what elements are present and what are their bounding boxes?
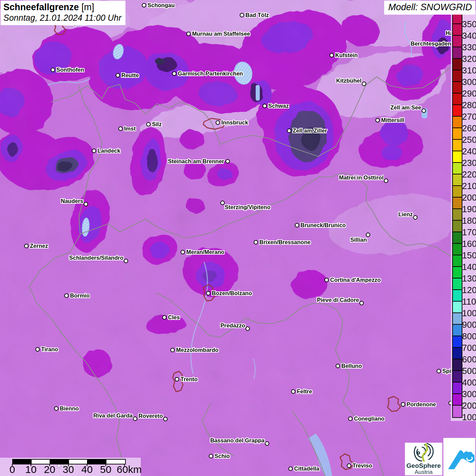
city-marker-dot: [245, 326, 250, 331]
legend-segment-2: [453, 36, 462, 47]
scale-cell-2: [50, 460, 69, 464]
city-marker-dot: [35, 347, 40, 352]
legend-segment-25: [453, 302, 462, 313]
legend-value-1100: 1100: [462, 297, 476, 306]
city-label: Schlanders/Silandro: [69, 255, 123, 261]
city-marker-dot: [133, 417, 137, 421]
legend-value-1400: 1400: [462, 262, 476, 271]
legend-segment-19: [453, 232, 462, 244]
city-marker-dot: [175, 377, 179, 381]
map-title: Schneefallgrenze [m]: [3, 2, 121, 13]
city-marker-dot: [347, 463, 351, 468]
city-label: Pieve di Cadore: [317, 297, 359, 303]
legend-segment-20: [453, 244, 462, 255]
city-label: Brixen/Bressanone: [259, 239, 310, 245]
city-label: Lienz: [398, 211, 413, 218]
city-marker-dot: [170, 348, 175, 352]
city-marker-dot: [162, 315, 167, 320]
model-label: Modell: SNOWGRID: [384, 1, 475, 15]
legend-value-2300: 2300: [462, 158, 476, 167]
city-marker-dot: [163, 417, 168, 421]
legend-value-600: 600: [462, 355, 476, 364]
legend-value-1200: 1200: [462, 286, 476, 294]
legend-value-2000: 2000: [462, 193, 476, 202]
city-marker-dot: [172, 71, 176, 76]
city-label: Sillian: [350, 237, 367, 243]
legend-segment-4: [453, 59, 462, 70]
city-marker-dot: [437, 369, 441, 373]
city-label: Matrei in Osttirol: [339, 174, 384, 181]
legend-segment-24: [453, 290, 462, 302]
city-label: Sterzing/Vipiteno: [225, 204, 270, 210]
city-label: Schwaz: [268, 103, 289, 109]
city-marker-dot: [84, 202, 88, 206]
legend-value-3200: 3200: [462, 54, 476, 63]
legend-segment-9: [453, 117, 462, 128]
legend-value-3400: 3400: [462, 31, 476, 40]
scale-label-10: 10: [25, 464, 36, 475]
city-marker-dot: [422, 108, 426, 113]
city-marker-dot: [146, 122, 151, 126]
legend-segment-8: [453, 105, 462, 117]
city-marker-dot: [225, 159, 230, 164]
city-marker-dot: [124, 259, 128, 263]
city-label: Trento: [181, 376, 198, 382]
city-label: Innsbruck: [221, 119, 248, 126]
title-box: Schneefallgrenze [m] Sonntag, 21.01.2024…: [1, 1, 125, 25]
city-label-layer: SchongauBad TölzKemptenMurnau am Staffel…: [0, 0, 476, 476]
legend-segment-18: [453, 221, 462, 232]
legend-value-1700: 1700: [462, 228, 476, 237]
city-marker-dot: [216, 120, 220, 125]
city-label: Nauders: [61, 198, 83, 204]
legend-value-900: 900: [462, 320, 476, 329]
legend-value-2700: 2700: [462, 112, 476, 121]
legend-value-2500: 2500: [462, 135, 476, 144]
city-marker-dot: [413, 215, 418, 220]
legend-segment-23: [453, 278, 462, 290]
city-marker-dot: [291, 389, 295, 394]
legend-segment-3: [453, 47, 462, 59]
scale-label-40: 40: [81, 464, 92, 475]
city-marker-dot: [181, 250, 185, 254]
city-label: Schongau: [148, 2, 175, 8]
legend-segment-22: [453, 267, 462, 278]
city-label: Cortina d'Ampezzo: [330, 277, 381, 283]
city-marker-dot: [240, 13, 244, 17]
city-marker-dot: [209, 454, 213, 458]
legend-value-400: 400: [462, 378, 476, 387]
legend-value-3500: 3500: [462, 20, 476, 29]
legend-segment-26: [453, 313, 462, 325]
legend-segment-33: [453, 394, 462, 406]
scale-cell-5: [106, 460, 125, 464]
city-label: Mezzolombardo: [176, 347, 219, 353]
legend-value-200: 200: [462, 401, 476, 410]
city-label: Rovereto: [138, 413, 163, 419]
city-label: Landeck: [98, 148, 120, 154]
city-label: Kufstein: [335, 52, 358, 58]
city-marker-dot: [206, 291, 210, 295]
elevation-legend: 3500340033003200310030002900280027002600…: [451, 10, 476, 421]
legend-segment-1: [453, 24, 462, 36]
legend-value-2400: 2400: [462, 147, 476, 156]
city-marker-dot: [359, 301, 364, 305]
city-label: Belluno: [341, 363, 362, 369]
city-marker-dot: [384, 178, 388, 183]
city-marker-dot: [142, 3, 146, 7]
geosphere-logo: GeoSphere Austria: [405, 443, 442, 475]
city-label: Zell am Ziller: [293, 128, 327, 134]
city-marker-dot: [287, 129, 291, 133]
legend-segment-27: [453, 325, 462, 336]
geosphere-logo-name: GeoSphere: [405, 462, 442, 469]
city-label: Feltre: [297, 388, 312, 395]
legend-segment-5: [453, 70, 462, 82]
legend-value-1600: 1600: [462, 239, 476, 248]
city-marker-dot: [64, 293, 69, 298]
legend-segment-14: [453, 174, 462, 186]
scale-label-0: 0: [10, 464, 15, 475]
legend-value-3300: 3300: [462, 43, 476, 52]
legend-segment-15: [453, 186, 462, 198]
city-marker-dot: [92, 149, 96, 153]
city-label: Schio: [215, 453, 230, 459]
city-label: Bassano del Grappa: [210, 437, 265, 444]
geosphere-contour-icon: [413, 443, 434, 462]
